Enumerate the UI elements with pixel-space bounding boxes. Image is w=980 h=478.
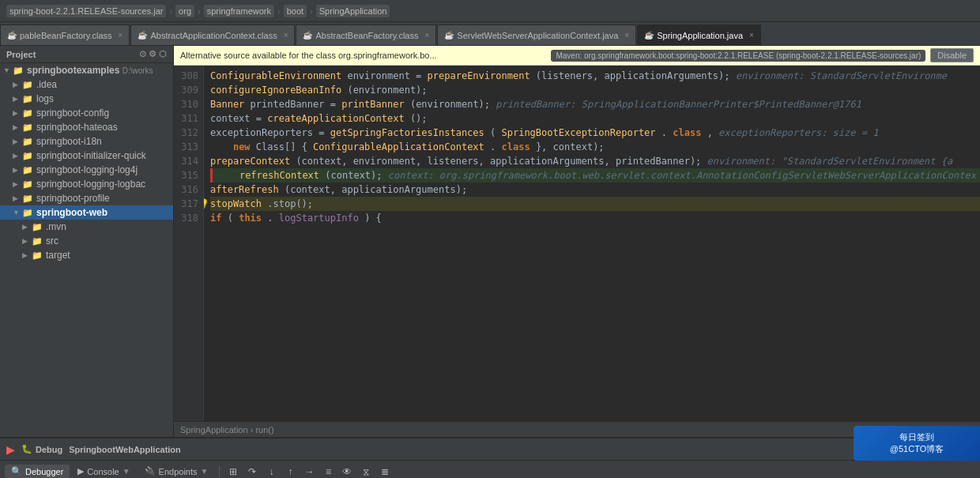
disable-button[interactable]: Disable	[930, 48, 974, 62]
sidebar-scope-icon[interactable]: ⊙	[139, 49, 146, 59]
debug-tab-group: 🔍 Debugger ▶ Console ▼ 🔌 Endpoints ▼	[5, 465, 214, 478]
tree-src[interactable]: ▶ 📁 src	[0, 234, 173, 248]
breadcrumb-org[interactable]: org	[175, 5, 194, 17]
top-breadcrumb-bar: spring-boot-2.2.1.RELEASE-sources.jar › …	[0, 0, 980, 22]
code-token: context =	[210, 113, 267, 124]
debug-toolbar: 🔍 Debugger ▶ Console ▼ 🔌 Endpoints ▼ ⊞ ↷…	[0, 461, 980, 478]
maven-badge: Maven: org.springframework.boot:spring-b…	[551, 50, 925, 62]
tree-mvn[interactable]: ▶ 📁 .mvn	[0, 220, 173, 234]
tree-target[interactable]: ▶ 📁 target	[0, 248, 173, 262]
tab-servletwebserver[interactable]: ☕ ServletWebServerApplicationContext.jav…	[437, 24, 636, 45]
line-num-310: 310	[174, 97, 203, 111]
code-line-317: 💡 stopWatch .stop();	[210, 197, 980, 211]
code-line-313: new Class[] { ConfigurableApplicationCon…	[210, 140, 980, 154]
tree-springboot-initializer[interactable]: ▶ 📁 springboot-initializer-quick	[0, 149, 173, 163]
breadcrumb-text: SpringApplication › run()	[180, 425, 274, 435]
tree-root[interactable]: ▼ 📁 springbootexamples D:\works	[0, 63, 173, 77]
endpoints-tab[interactable]: 🔌 Endpoints ▼	[138, 465, 215, 478]
folder-icon-src: 📁	[32, 236, 43, 247]
code-line-308: ConfigurableEnvironment environment = pr…	[210, 69, 980, 83]
tree-idea[interactable]: ▶ 📁 .idea	[0, 77, 173, 92]
tab-close-5[interactable]: ×	[749, 31, 754, 40]
tree-label-log4j: springboot-logging-log4j	[36, 164, 138, 175]
code-token: class	[673, 127, 701, 138]
tree-arrow-root: ▼	[3, 66, 13, 74]
tree-arrow-profile: ▶	[13, 194, 22, 202]
debugger-tab[interactable]: 🔍 Debugger	[5, 465, 70, 478]
tab-close-2[interactable]: ×	[284, 31, 288, 40]
tree-springboot-hateoas[interactable]: ▶ 📁 springboot-hateoas	[0, 120, 173, 134]
folder-icon-hateoas: 📁	[22, 122, 33, 133]
tab-close-4[interactable]: ×	[624, 31, 629, 40]
tab-close-3[interactable]: ×	[424, 31, 429, 40]
debug-run-icon: ▶	[6, 443, 15, 456]
line-numbers: 308 309 310 311 312 313 314 315 316 317 …	[174, 66, 204, 421]
step-over-btn[interactable]: ↷	[243, 463, 261, 479]
code-token: environment =	[347, 70, 427, 81]
code-token: refreshContext	[239, 170, 319, 181]
debug-icon: 🐛	[21, 444, 32, 454]
code-line-314: prepareContext (context, environment, li…	[210, 154, 980, 168]
tree-springboot-logbac[interactable]: ▶ 📁 springboot-logging-logbac	[0, 177, 173, 191]
tree-label-i18n: springboot-i18n	[36, 136, 102, 147]
tree-springboot-i18n[interactable]: ▶ 📁 springboot-i18n	[0, 134, 173, 149]
code-token: this	[239, 213, 262, 224]
code-token: class	[502, 141, 530, 152]
folder-icon-target: 📁	[32, 250, 43, 261]
tree-arrow-web: ▼	[13, 209, 22, 216]
step-into-btn[interactable]: ↓	[262, 463, 280, 479]
run-to-cursor-btn[interactable]: →	[300, 463, 318, 479]
step-out-btn[interactable]: ↑	[281, 463, 299, 479]
tree-logs[interactable]: ▶ 📁 logs	[0, 92, 173, 106]
lightbulb-icon: 💡	[204, 197, 209, 211]
tree-springboot-config[interactable]: ▶ 📁 springboot-config	[0, 106, 173, 120]
tab-springapplication[interactable]: ☕ SpringApplication.java ×	[637, 24, 761, 45]
code-token: }, context);	[536, 141, 605, 152]
debug-title: 🐛 Debug SpringbootWebApplication	[21, 444, 181, 454]
code-token: (context, environment, listeners, applic…	[296, 156, 707, 167]
breadcrumb-sep4: ›	[310, 6, 313, 16]
breadcrumb-jar[interactable]: spring-boot-2.2.1.RELEASE-sources.jar	[6, 5, 166, 17]
tab-abstractapp[interactable]: ☕ AbstractApplicationContext.class ×	[130, 24, 295, 45]
code-content[interactable]: ConfigurableEnvironment environment = pr…	[204, 66, 980, 421]
watch-btn[interactable]: 👁	[338, 463, 356, 479]
code-token: (	[490, 127, 496, 138]
code-token: printedBanner =	[251, 99, 342, 110]
tree-springboot-web[interactable]: ▼ 📁 springboot-web	[0, 205, 173, 220]
sidebar-gear-icon[interactable]: ⚙	[149, 49, 156, 59]
tree-arrow-hateoas: ▶	[13, 123, 22, 131]
code-line-315: refreshContext (context); context: org.s…	[210, 168, 980, 183]
breadcrumb-springapplication[interactable]: SpringApplication	[316, 5, 390, 17]
tab-pablebean[interactable]: ☕ pableBeanFactory.class ×	[0, 24, 130, 45]
java-file-icon3: ☕	[303, 31, 312, 40]
code-hint: context: org.springframework.boot.web.se…	[388, 170, 976, 181]
console-tab[interactable]: ▶ Console ▼	[71, 465, 136, 478]
tree-springboot-log4j[interactable]: ▶ 📁 springboot-logging-log4j	[0, 163, 173, 177]
tree-springboot-profile[interactable]: ▶ 📁 springboot-profile	[0, 191, 173, 205]
code-token: Class[] {	[256, 141, 313, 152]
frames-btn[interactable]: ⧖	[357, 463, 375, 479]
tree-arrow-i18n: ▶	[13, 137, 22, 145]
line-num-309: 309	[174, 83, 203, 97]
line-num-316: 316	[174, 183, 203, 197]
code-token: .	[267, 213, 273, 224]
code-token: Banner	[210, 99, 244, 110]
code-hint: exceptionReporters: size = 1	[718, 127, 878, 138]
console-arrow: ▼	[122, 467, 130, 476]
breadcrumb-springframework[interactable]: springframework	[204, 5, 274, 17]
sidebar-title: Project	[6, 50, 36, 59]
breadcrumb-sep1: ›	[169, 6, 172, 16]
restore-layout-btn[interactable]: ⊞	[224, 463, 242, 479]
breadcrumb-boot[interactable]: boot	[284, 5, 307, 17]
folder-icon-i18n: 📁	[22, 137, 33, 147]
tab-close-1[interactable]: ×	[119, 31, 123, 40]
code-line-318: if ( this . logStartupInfo ) {	[210, 211, 980, 225]
sidebar-expand-icon[interactable]: ⬡	[159, 49, 167, 59]
code-editor[interactable]: 308 309 310 311 312 313 314 315 316 317 …	[174, 66, 980, 421]
tree-arrow-config: ▶	[13, 109, 22, 117]
tab-abstractbean[interactable]: ☕ AbstractBeanFactory.class ×	[296, 24, 436, 45]
variables-btn[interactable]: ≣	[376, 463, 394, 479]
line-num-314: 314	[174, 154, 203, 168]
code-token: (environment);	[347, 85, 427, 96]
evaluate-btn[interactable]: ≡	[319, 463, 337, 479]
